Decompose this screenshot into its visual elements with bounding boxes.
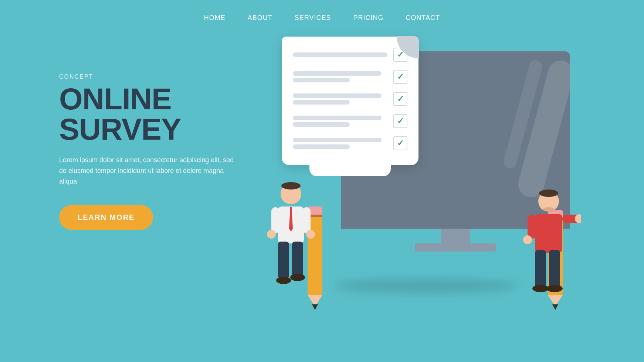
checkbox-1: ✓ (393, 48, 407, 62)
checklist-line-5a (293, 138, 382, 142)
checkbox-5: ✓ (393, 136, 407, 150)
monitor-base (415, 243, 496, 252)
checklist-row-1: ✓ (293, 48, 407, 62)
svg-rect-7 (292, 242, 303, 277)
svg-rect-5 (302, 207, 311, 233)
checklist-row-5: ✓ (293, 136, 407, 150)
nav-contact[interactable]: CONTACT (406, 14, 440, 22)
svg-point-26 (546, 285, 563, 292)
svg-point-11 (306, 230, 315, 239)
svg-point-1 (281, 182, 301, 189)
checklist-paper: ✓ ✓ ✓ (282, 37, 418, 165)
nav-pricing[interactable]: PRICING (353, 14, 384, 22)
nav-services[interactable]: SERVICES (295, 14, 331, 22)
svg-point-8 (276, 277, 291, 284)
svg-point-27 (523, 235, 532, 244)
svg-rect-21 (528, 215, 536, 239)
svg-point-10 (267, 230, 276, 239)
learn-more-button[interactable]: LEARN MORE (59, 205, 153, 230)
checklist-line-5b (293, 144, 350, 149)
svg-rect-20 (535, 214, 562, 253)
checkmark-3: ✓ (397, 94, 404, 104)
hero-illustration: ✓ ✓ ✓ (260, 51, 592, 328)
concept-label: CONCEPT (59, 74, 260, 80)
checklist-line-2b (293, 78, 350, 82)
navigation: HOME ABOUT SERVICES PRICING CONTACT (0, 0, 644, 29)
checklist-line-3a (293, 93, 382, 98)
nav-about[interactable]: ABOUT (248, 14, 272, 22)
nav-home[interactable]: HOME (204, 14, 226, 22)
hero-section: CONCEPT ONLINE SURVEY Lorem ipsum dolor … (0, 29, 644, 328)
svg-point-18 (539, 189, 558, 197)
svg-rect-24 (549, 250, 560, 287)
checklist-line-4b (293, 122, 350, 127)
checkmark-4: ✓ (397, 116, 404, 126)
svg-rect-6 (278, 242, 289, 279)
checkmark-2: ✓ (397, 72, 404, 82)
svg-point-25 (532, 285, 549, 292)
checklist-row-3: ✓ (293, 92, 407, 106)
checkbox-4: ✓ (393, 114, 407, 128)
checklist-line-3b (293, 100, 350, 105)
checklist-line (293, 52, 387, 57)
person-left (267, 181, 319, 306)
checklist-row-2: ✓ (293, 70, 407, 84)
main-title: ONLINE SURVEY (59, 84, 260, 144)
checklist-row-4: ✓ (293, 114, 407, 128)
svg-rect-23 (535, 250, 546, 287)
svg-point-19 (543, 207, 555, 212)
person-right (522, 188, 581, 306)
checklist-line-2a (293, 71, 382, 76)
checkbox-2: ✓ (393, 70, 407, 84)
svg-point-9 (290, 274, 305, 281)
hero-left: CONCEPT ONLINE SURVEY Lorem ipsum dolor … (59, 51, 260, 230)
checkmark-1: ✓ (397, 50, 404, 59)
svg-rect-4 (271, 207, 279, 233)
checklist-line-4a (293, 116, 382, 120)
checkmark-5: ✓ (397, 139, 404, 148)
monitor-shadow (333, 279, 518, 293)
monitor-stand (441, 229, 470, 243)
description-text: Lorem ipsum dolor sit amet, consectetur … (59, 155, 237, 187)
checkbox-3: ✓ (393, 92, 407, 106)
